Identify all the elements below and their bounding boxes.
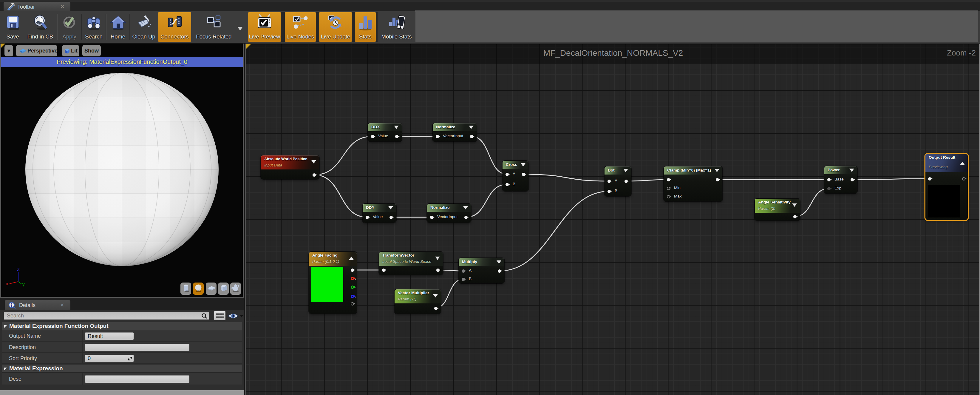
svg-text:Y: Y xyxy=(22,282,25,287)
svg-text:Z: Z xyxy=(17,267,20,272)
svg-text:x: x xyxy=(6,281,8,286)
